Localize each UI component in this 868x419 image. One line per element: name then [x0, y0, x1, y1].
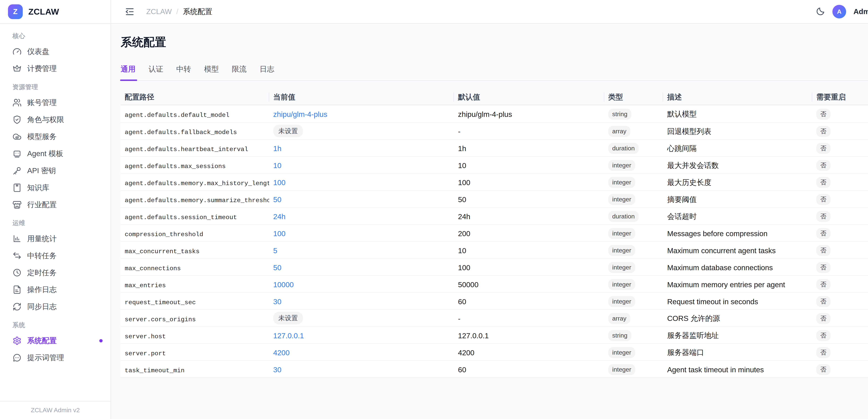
app-title: ZCLAW	[28, 7, 59, 17]
sidebar-item-scheduled-tasks[interactable]: 定时任务	[0, 264, 111, 281]
sidebar-item-industry-config[interactable]: 行业配置	[0, 196, 111, 213]
sidebar: Z ZCLAW 核心仪表盘计费管理资源管理账号管理角色与权限模型服务Agent …	[0, 0, 111, 419]
tab-relay[interactable]: 中转	[176, 64, 191, 81]
user-name[interactable]: Admin	[854, 7, 868, 16]
sidebar-item-label: 行业配置	[27, 200, 57, 210]
config-description: 心跳间隔	[667, 144, 696, 152]
breadcrumb: ZCLAW / 系统配置	[146, 7, 212, 17]
sidebar-item-billing[interactable]: 计费管理	[0, 60, 111, 77]
sidebar-item-prompt-management[interactable]: 提示词管理	[0, 349, 111, 366]
chat-dots-icon	[12, 353, 22, 362]
default-value: 60	[458, 298, 466, 306]
current-value-link[interactable]: 50	[273, 264, 281, 272]
default-value: -	[458, 315, 460, 323]
tab-logs[interactable]: 日志	[259, 64, 274, 81]
config-row: server.cors_origins未设置-arrayCORS 允许的源否	[121, 309, 868, 326]
active-page-indicator-dot	[99, 339, 103, 342]
config-path: server.host	[125, 333, 166, 340]
current-value-link[interactable]: zhipu/glm-4-plus	[273, 110, 327, 118]
type-badge: integer	[608, 279, 635, 290]
restart-required-badge: 否	[816, 194, 831, 205]
config-description: 默认模型	[667, 110, 696, 118]
default-value: 10	[458, 246, 466, 255]
restart-required-badge: 否	[816, 228, 831, 239]
restart-required-badge: 否	[816, 245, 831, 256]
sidebar-item-label: 知识库	[27, 183, 49, 193]
users-icon	[12, 98, 22, 107]
sidebar-item-accounts[interactable]: 账号管理	[0, 94, 111, 111]
sidebar-item-label: 同步日志	[27, 302, 57, 312]
restart-required-badge: 否	[816, 279, 831, 290]
cloud-server-icon	[12, 132, 22, 141]
sidebar-item-label: 操作日志	[27, 285, 57, 295]
type-badge: integer	[608, 160, 635, 171]
config-path: task_timeout_min	[125, 367, 185, 374]
config-row: agent.defaults.session_timeout24h24hdura…	[121, 207, 868, 225]
sidebar-header: Z ZCLAW	[0, 0, 111, 24]
breadcrumb-separator: /	[176, 7, 178, 16]
current-value-link[interactable]: 1h	[273, 145, 281, 153]
type-badge: array	[608, 313, 630, 324]
sidebar-item-agent-templates[interactable]: Agent 模板	[0, 145, 111, 162]
nav-section-label: 系统	[0, 315, 111, 332]
sidebar-item-label: 提示词管理	[27, 353, 64, 363]
sidebar-item-roles-permissions[interactable]: 角色与权限	[0, 111, 111, 128]
collapse-sidebar-button[interactable]	[125, 7, 135, 17]
config-row: agent.defaults.memory.summarize_threshol…	[121, 190, 868, 207]
current-value-link[interactable]: 24h	[273, 213, 286, 221]
restart-required-badge: 否	[816, 364, 831, 375]
tab-auth[interactable]: 认证	[148, 64, 163, 81]
type-badge: integer	[608, 364, 635, 375]
config-row: task_timeout_min3060integerAgent task ti…	[121, 360, 868, 377]
default-value: -	[458, 127, 460, 136]
current-value-link[interactable]: 127.0.0.1	[273, 332, 304, 340]
config-path: max_concurrent_tasks	[125, 248, 199, 255]
restart-required-badge: 否	[816, 296, 831, 307]
column-header: 描述	[663, 89, 812, 105]
restart-required-badge: 否	[816, 160, 831, 171]
current-value-link[interactable]: 50	[273, 196, 281, 204]
current-value-link[interactable]: 10	[273, 161, 281, 170]
config-path: server.port	[125, 350, 166, 357]
config-row: agent.defaults.heartbeat_interval1h1hdur…	[121, 139, 868, 156]
config-path: agent.defaults.default_model	[125, 112, 229, 119]
current-value-unset-badge: 未设置	[273, 125, 303, 137]
current-value-link[interactable]: 100	[273, 179, 286, 187]
sidebar-item-label: 中转任务	[27, 251, 57, 261]
sidebar-item-system-config[interactable]: 系统配置	[0, 332, 111, 349]
default-value: 4200	[458, 349, 474, 357]
current-value-link[interactable]: 30	[273, 298, 281, 306]
sidebar-item-knowledge-base[interactable]: 知识库	[0, 179, 111, 196]
type-badge: array	[608, 126, 630, 137]
config-row: compression_threshold100200integerMessag…	[121, 225, 868, 241]
tab-general[interactable]: 通用	[121, 64, 135, 81]
sidebar-item-operation-logs[interactable]: 操作日志	[0, 281, 111, 298]
tab-rate-limit[interactable]: 限流	[232, 64, 247, 81]
sidebar-item-dashboard[interactable]: 仪表盘	[0, 43, 111, 60]
current-value-link[interactable]: 5	[273, 246, 277, 255]
sidebar-item-api-keys[interactable]: API 密钥	[0, 162, 111, 179]
app-root: Z ZCLAW 核心仪表盘计费管理资源管理账号管理角色与权限模型服务Agent …	[0, 0, 868, 419]
column-header: 需要重启	[812, 89, 868, 105]
topbar: ZCLAW / 系统配置 A Admin	[111, 0, 868, 24]
content: 系统配置 通用认证中转模型限流日志 配置路径当前值默认值类型描述需要重启 age…	[111, 24, 868, 419]
breadcrumb-root[interactable]: ZCLAW	[146, 7, 172, 16]
avatar[interactable]: A	[832, 5, 846, 19]
current-value-link[interactable]: 10000	[273, 280, 294, 289]
dark-mode-toggle[interactable]	[815, 7, 825, 17]
current-value-link[interactable]: 100	[273, 230, 286, 238]
sidebar-item-usage-stats[interactable]: 用量统计	[0, 230, 111, 247]
tab-models[interactable]: 模型	[204, 64, 219, 81]
main-area: ZCLAW / 系统配置 A Admin 系统配置 通用认证中转模型限流日志 配…	[111, 0, 868, 419]
sidebar-item-label: API 密钥	[27, 166, 56, 176]
sidebar-item-relay-tasks[interactable]: 中转任务	[0, 247, 111, 264]
current-value-link[interactable]: 4200	[273, 349, 289, 357]
config-row: max_entries1000050000integerMaximum memo…	[121, 275, 868, 292]
sidebar-item-model-services[interactable]: 模型服务	[0, 128, 111, 145]
config-path: agent.defaults.max_sessions	[125, 163, 226, 170]
config-description: 摘要阈值	[667, 196, 696, 204]
current-value-link[interactable]: 30	[273, 366, 281, 374]
shield-check-icon	[12, 115, 22, 124]
default-value: 10	[458, 161, 466, 170]
sidebar-item-sync-logs[interactable]: 同步日志	[0, 298, 111, 315]
